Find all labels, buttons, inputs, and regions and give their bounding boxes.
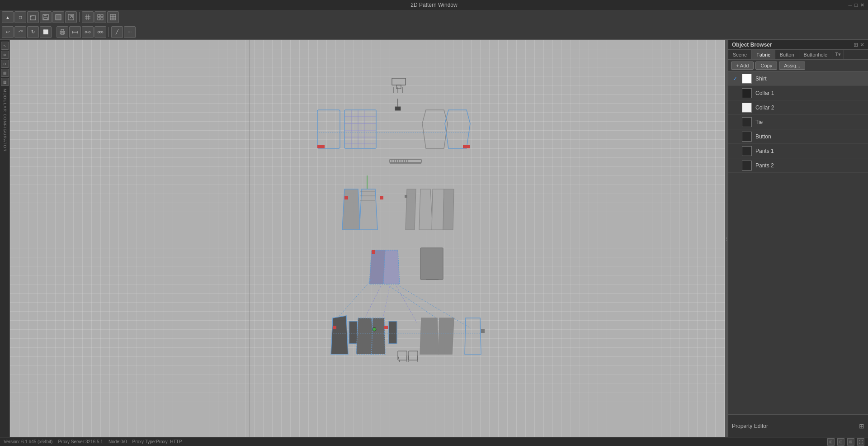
tab-button[interactable]: Button [775,50,799,59]
tab-scene[interactable]: Scene [728,50,752,59]
svg-marker-92 [331,316,348,354]
svg-point-33 [101,31,103,33]
grid3-btn[interactable] [107,11,119,23]
save-btn[interactable] [40,11,52,23]
svg-line-86 [335,280,372,320]
export-btn[interactable] [52,11,64,23]
fullscreen-btn[interactable]: ⛶ [857,438,864,446]
minimize-btn[interactable]: ─ [849,2,852,8]
more-btn[interactable]: ··· [124,26,136,38]
stack-view-tool[interactable]: ▥ [1,78,9,86]
proxy-type-info: Proxy Type:Proxy_HTTP [132,439,182,444]
svg-marker-105 [409,351,418,360]
node-info: Node:0/0 [108,439,127,444]
svg-rect-42 [344,110,376,148]
zoom-tool[interactable]: ⊙ [1,60,9,68]
collar1-label: Collar 1 [755,90,774,96]
fabric-item-shirt[interactable]: ✓ Shirt [728,71,868,86]
grid-medium-btn[interactable]: ⊟ [837,438,844,446]
move-view-tool[interactable]: ⊕ [1,51,9,59]
svg-marker-67 [342,189,360,230]
property-editor-expand-icon[interactable]: ⊞ [859,422,864,430]
svg-line-89 [396,286,417,323]
open-btn[interactable] [27,11,39,23]
sep2 [54,27,54,37]
tab-fabric[interactable]: Fabric [752,50,775,59]
box-select-btn[interactable]: □ [14,11,26,23]
pants2-swatch [742,161,752,171]
mirror-btn[interactable]: ⬜ [40,26,52,38]
grid-large-btn[interactable]: ⊠ [847,438,854,446]
select-tool-btn[interactable]: ▲ [2,11,14,23]
svg-marker-53 [445,110,470,148]
tab-more[interactable]: T▾ [832,50,844,59]
top-toolbar: ▲ □ ↩ ↻ ⬜ [0,10,868,40]
grid2-btn[interactable] [94,11,106,23]
fabric-item-collar1[interactable]: Collar 1 [728,86,868,100]
measure-btn[interactable] [69,26,81,38]
line-tool-btn[interactable]: ╱ [111,26,123,38]
pants1-label: Pants 1 [755,148,774,154]
svg-point-97 [373,327,376,331]
ob-close-icon[interactable]: ✕ [860,42,864,48]
add-btn[interactable]: + Add [731,62,754,70]
fabric-item-tie[interactable]: Tie [728,115,868,129]
svg-rect-98 [384,326,388,329]
svg-marker-100 [420,318,439,354]
stitch-btn[interactable] [94,26,106,38]
shirt-label: Shirt [755,76,767,82]
copy-btn[interactable]: Copy [755,62,777,70]
fabric-item-button[interactable]: Button [728,129,868,144]
svg-rect-40 [395,107,401,110]
svg-marker-83 [383,250,400,284]
grid-small-btn[interactable]: ⊞ [827,438,835,446]
assign-btn[interactable]: Assig... [779,62,805,70]
fabric-item-pants1[interactable]: Pants 1 [728,144,868,158]
svg-marker-74 [406,189,416,230]
layer-view-tool[interactable]: ▤ [1,69,9,77]
grid1-btn[interactable] [82,11,94,23]
pattern-svg [10,40,725,437]
shirt-swatch [742,74,752,84]
svg-rect-69 [380,196,383,199]
svg-marker-104 [398,351,407,360]
collar1-check [732,90,738,96]
collar2-check [732,104,738,111]
undo-btn[interactable]: ↩ [2,26,14,38]
pants2-label: Pants 2 [755,162,774,169]
fabric-item-collar2[interactable]: Collar 2 [728,100,868,115]
svg-line-106 [398,356,400,362]
svg-rect-103 [481,329,485,333]
ob-expand-icon[interactable]: ⊞ [854,42,858,48]
svg-rect-11 [101,14,103,17]
property-editor: Property Editor ⊞ [728,414,868,437]
svg-point-31 [98,31,99,33]
main-layout: ↖ ⊕ ⊙ ▤ ▥ MODULAR CONFIGURATOR [0,40,868,437]
svg-rect-99 [389,321,397,344]
pants1-swatch [742,146,752,156]
sep1 [79,12,80,22]
pointer-tool[interactable]: ↖ [1,42,9,50]
svg-marker-78 [432,189,444,230]
svg-rect-84 [420,248,443,280]
rotate-tool-btn[interactable]: ↻ [27,26,39,38]
fabric-item-pants2[interactable]: Pants 2 [728,158,868,173]
sep3 [108,27,109,37]
svg-rect-68 [344,196,348,199]
status-bar: Version: 6.1 b45 (x64bit) Proxy Server:3… [0,437,868,446]
svg-marker-101 [439,318,454,354]
redo-btn[interactable] [14,26,26,38]
seam-btn[interactable] [82,26,94,38]
svg-point-29 [89,31,90,33]
svg-line-91 [381,286,390,329]
pattern-canvas[interactable] [10,40,725,437]
import-btn[interactable] [65,11,77,23]
close-btn[interactable]: ✕ [860,2,864,8]
print-btn[interactable] [57,26,68,38]
maximize-btn[interactable]: □ [854,2,858,8]
svg-marker-96 [372,318,385,354]
pattern-area[interactable] [10,40,725,437]
svg-rect-34 [392,78,406,85]
tie-check [732,119,738,125]
tab-buttonhole[interactable]: Buttonhole [799,50,833,59]
